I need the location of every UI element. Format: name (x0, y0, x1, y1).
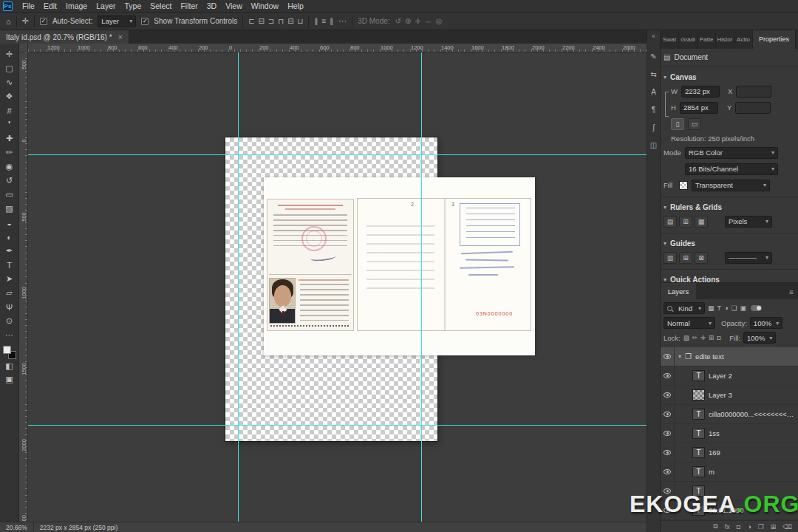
zoom-level-field[interactable]: 20.66% (0, 522, 34, 532)
layer-row[interactable]: T 169 (661, 443, 798, 463)
units-dropdown[interactable]: Pixels (725, 216, 772, 228)
layer-mask-icon[interactable]: ◘ (737, 523, 740, 531)
quick-mask-icon[interactable]: ◧ (2, 359, 17, 372)
new-group-icon[interactable]: ❐ (758, 523, 764, 531)
dodge-tool[interactable]: ◐ (2, 230, 17, 244)
brush-tool[interactable]: ✏ (2, 146, 17, 160)
crop-tool[interactable]: # (2, 103, 17, 117)
tab-swatches[interactable]: Swat (661, 30, 679, 49)
menu-image[interactable]: Image (62, 1, 91, 11)
filter-pixel-layers-icon[interactable]: ▦ (708, 304, 715, 312)
character-panel-icon[interactable]: A (651, 83, 656, 100)
menu-3d[interactable]: 3D (203, 1, 220, 11)
blend-mode-dropdown[interactable]: Normal (664, 317, 715, 329)
quick-selection-tool[interactable]: ❖ (2, 89, 17, 103)
visibility-eye-icon[interactable] (661, 443, 675, 463)
menu-help[interactable]: Help (284, 1, 307, 11)
libraries-panel-icon[interactable]: ◫ (650, 136, 657, 154)
snap-icon[interactable]: ▦ (695, 216, 708, 228)
guide-horizontal-top[interactable] (28, 154, 647, 155)
distribute-vertical-icon[interactable]: ∥ (314, 17, 318, 25)
toggle-grid-icon[interactable]: ⊞ (679, 216, 692, 228)
x-field[interactable] (736, 86, 771, 98)
link-dimensions-icon[interactable] (665, 92, 669, 117)
hand-tool[interactable]: Ψ (2, 300, 17, 314)
menu-file[interactable]: File (18, 1, 38, 11)
zoom-tool[interactable]: ⊙ (2, 314, 17, 328)
vertical-ruler[interactable]: 50005001000150020002500 (19, 52, 28, 522)
layer-row[interactable]: T 1ss (661, 424, 798, 443)
foreground-color-swatch[interactable] (3, 346, 11, 354)
lock-artboard-icon[interactable]: ⊞ (709, 334, 714, 341)
menu-type[interactable]: Type (120, 1, 145, 11)
lock-position-icon[interactable]: ✛ (700, 334, 706, 341)
close-icon[interactable]: × (118, 33, 123, 41)
panel-menu-icon[interactable]: ≡ (789, 288, 798, 299)
tab-actions[interactable]: Actio (734, 30, 753, 49)
clone-source-panel-icon[interactable]: ⇆ (650, 65, 656, 83)
opacity-dropdown[interactable]: 100% (750, 317, 782, 329)
history-brush-tool[interactable]: ↺ (2, 174, 17, 188)
visibility-eye-icon[interactable] (661, 366, 675, 386)
canvas-viewport[interactable]: 2 3 03N0000000 (28, 52, 647, 522)
healing-brush-tool[interactable]: ✚ (2, 132, 17, 146)
menu-select[interactable]: Select (146, 1, 175, 11)
horizontal-ruler[interactable]: 1200100080060040020002004006008001000120… (28, 44, 647, 52)
distribute-horizontal-icon[interactable]: ≡ (321, 17, 326, 25)
section-quick-actions[interactable]: Quick Actions (664, 276, 795, 282)
distribute-spacing-icon[interactable]: ∥ (330, 17, 333, 25)
layer-row[interactable]: Layer 3 (661, 386, 798, 405)
filter-shape-layers-icon[interactable]: ❏ (731, 304, 737, 312)
lock-all-icon[interactable]: ◘ (717, 334, 720, 341)
menu-view[interactable]: View (222, 1, 246, 11)
guide-vertical-right[interactable] (421, 52, 422, 522)
move-tool-options-icon[interactable]: ✛ (22, 16, 29, 26)
auto-select-checkbox[interactable]: ✓ (40, 18, 47, 25)
layer-style-icon[interactable]: fx (725, 523, 730, 531)
link-layers-icon[interactable]: ⧉ (713, 522, 717, 531)
marquee-tool[interactable]: ▢ (2, 61, 17, 75)
lasso-tool[interactable]: ∿ (2, 75, 17, 89)
fill-dropdown[interactable]: Transparent (692, 180, 770, 191)
layer-row[interactable]: T cilla0000000...<<<<<<<<0 d (661, 405, 798, 424)
paragraph-panel-icon[interactable]: ¶ (652, 100, 655, 118)
visibility-eye-icon[interactable] (661, 347, 675, 366)
clear-guides-icon[interactable]: ⊠ (695, 252, 708, 264)
align-left-icon[interactable]: ⊏ (248, 17, 254, 25)
height-field[interactable]: 2854 px (680, 102, 718, 114)
filter-type-layers-icon[interactable]: T (717, 304, 722, 312)
edit-toolbar-icon[interactable]: ⋯ (2, 328, 17, 341)
bit-depth-dropdown[interactable]: 16 Bits/Channel (685, 163, 778, 175)
section-rulers-grids[interactable]: Rulers & Grids (664, 203, 795, 211)
layer-row[interactable]: T m (661, 463, 798, 482)
gradient-tool[interactable]: ▨ (2, 202, 17, 216)
new-layer-icon[interactable]: ⊞ (771, 523, 777, 531)
menu-filter[interactable]: Filter (177, 1, 201, 11)
orientation-portrait-button[interactable]: ▯ (671, 118, 684, 130)
document-tab[interactable]: Italy id.psd @ 20.7% (RGB/16) * × (0, 30, 129, 44)
color-mode-dropdown[interactable]: RGB Color (685, 147, 778, 159)
brush-settings-panel-icon[interactable]: ✎ (650, 47, 656, 65)
filter-toggle[interactable] (751, 305, 762, 311)
layer-fill-dropdown[interactable]: 100% (743, 332, 776, 344)
filter-adjustment-layers-icon[interactable]: ◑ (724, 304, 728, 312)
width-field[interactable]: 2232 px (681, 86, 720, 98)
orientation-landscape-button[interactable]: ▭ (688, 118, 701, 130)
visibility-eye-icon[interactable] (661, 463, 675, 482)
group-caret-icon[interactable]: ▾ (678, 353, 681, 360)
align-center-h-icon[interactable]: ⊟ (259, 17, 265, 25)
lock-transparent-icon[interactable]: ▨ (683, 334, 689, 341)
visibility-eye-icon[interactable] (661, 386, 675, 405)
glyphs-panel-icon[interactable]: ʃ (652, 118, 654, 136)
align-bottom-icon[interactable]: ⊔ (298, 17, 304, 25)
expand-panels-icon[interactable]: « (652, 33, 655, 40)
guide-style-dropdown[interactable]: ———— (725, 252, 772, 264)
clone-stamp-tool[interactable]: ◉ (2, 160, 17, 174)
tab-history[interactable]: Histor (716, 30, 734, 49)
menu-edit[interactable]: Edit (40, 1, 61, 11)
adjustment-layer-icon[interactable]: ◑ (747, 523, 751, 531)
filter-smart-objects-icon[interactable]: ▣ (740, 304, 747, 312)
align-top-icon[interactable]: ⊓ (278, 17, 284, 25)
menu-layer[interactable]: Layer (92, 1, 119, 11)
move-tool[interactable]: ✛ (2, 47, 17, 61)
